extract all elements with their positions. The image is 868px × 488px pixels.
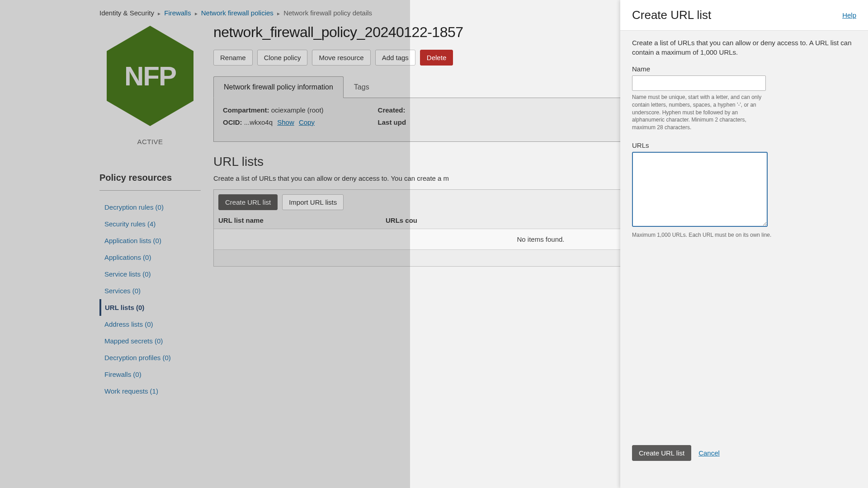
policy-resources-heading: Policy resources — [99, 173, 201, 191]
th-url-list-name: URL list name — [218, 216, 386, 224]
ocid-copy-link[interactable]: Copy — [299, 118, 315, 126]
sidebar-item-decryption-profiles[interactable]: Decryption profiles (0) — [99, 349, 201, 366]
sidebar-item-address-lists[interactable]: Address lists (0) — [99, 316, 201, 333]
name-label: Name — [632, 65, 856, 73]
resource-icon-label: NFP — [124, 61, 176, 92]
help-link[interactable]: Help — [842, 11, 856, 19]
updated-label: Last upd — [378, 118, 406, 126]
sidebar-item-work-requests[interactable]: Work requests (1) — [99, 383, 201, 399]
submit-create-url-list-button[interactable]: Create URL list — [632, 445, 691, 461]
sidebar-item-url-lists[interactable]: URL lists (0) — [99, 299, 201, 316]
chevron-right-icon: ▸ — [277, 10, 280, 17]
urls-label: URLs — [632, 141, 856, 149]
breadcrumb-root: Identity & Security — [99, 9, 154, 17]
cancel-link[interactable]: Cancel — [698, 449, 720, 457]
clone-policy-button[interactable]: Clone policy — [257, 50, 308, 66]
urls-hint: Maximum 1,000 URLs. Each URL must be on … — [632, 231, 856, 239]
ocid-value: ...wkxo4q — [244, 118, 273, 126]
panel-title: Create URL list — [632, 8, 711, 22]
status-badge: ACTIVE — [137, 138, 163, 145]
create-url-list-panel: Create URL list Help Create a list of UR… — [620, 0, 868, 488]
tab-info[interactable]: Network firewall policy information — [213, 76, 344, 98]
breadcrumb-current: Network firewall policy details — [283, 9, 372, 17]
breadcrumb-firewalls[interactable]: Firewalls — [164, 9, 191, 17]
policy-resources-list: Decryption rules (0) Security rules (4) … — [99, 199, 201, 399]
resource-icon: NFP — [105, 24, 195, 128]
ocid-label: OCID: — [223, 118, 242, 126]
panel-desc: Create a list of URLs that you can allow… — [632, 38, 856, 57]
move-resource-button[interactable]: Move resource — [312, 50, 370, 66]
sidebar-item-services[interactable]: Services (0) — [99, 282, 201, 299]
compartment-value: ociexample (root) — [271, 106, 324, 114]
name-input[interactable] — [632, 75, 766, 91]
sidebar-item-applications[interactable]: Applications (0) — [99, 249, 201, 266]
urls-textarea[interactable] — [632, 152, 768, 227]
sidebar-item-decryption-rules[interactable]: Decryption rules (0) — [99, 199, 201, 216]
create-url-list-button[interactable]: Create URL list — [218, 194, 278, 210]
rename-button[interactable]: Rename — [213, 50, 253, 66]
sidebar-item-security-rules[interactable]: Security rules (4) — [99, 216, 201, 232]
sidebar-item-mapped-secrets[interactable]: Mapped secrets (0) — [99, 333, 201, 349]
ocid-show-link[interactable]: Show — [277, 118, 294, 126]
sidebar-item-application-lists[interactable]: Application lists (0) — [99, 232, 201, 249]
add-tags-button[interactable]: Add tags — [375, 50, 415, 66]
import-url-lists-button[interactable]: Import URL lists — [282, 194, 344, 210]
breadcrumb-policies[interactable]: Network firewall policies — [201, 9, 274, 17]
name-hint: Name must be unique, start with a letter… — [632, 94, 768, 131]
compartment-label: Compartment: — [223, 106, 269, 114]
chevron-right-icon: ▸ — [195, 10, 198, 17]
tab-tags[interactable]: Tags — [344, 76, 380, 98]
created-label: Created: — [378, 106, 406, 114]
chevron-right-icon: ▸ — [158, 10, 160, 17]
delete-button[interactable]: Delete — [420, 50, 453, 66]
sidebar-item-firewalls[interactable]: Firewalls (0) — [99, 366, 201, 383]
sidebar-item-service-lists[interactable]: Service lists (0) — [99, 266, 201, 282]
